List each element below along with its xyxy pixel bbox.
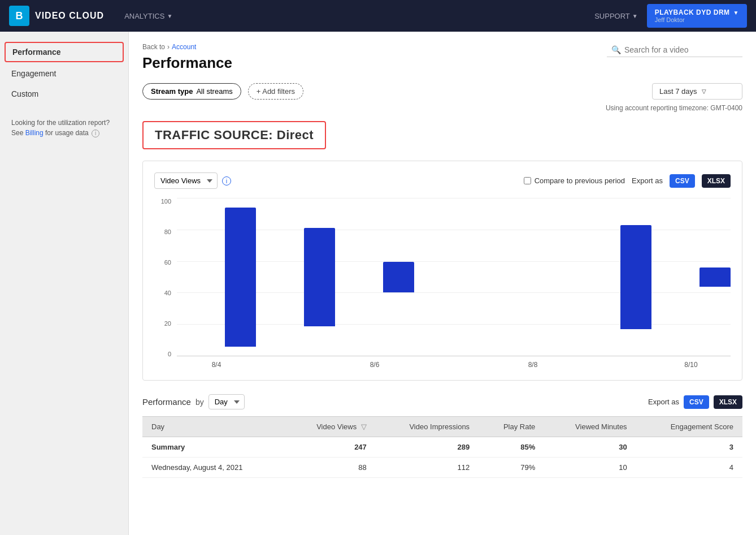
row-engagement-score: 4 <box>636 458 742 478</box>
sidebar-item-custom[interactable]: Custom <box>0 84 128 104</box>
sort-icon-video-views: ▽ <box>361 422 367 431</box>
bar-group-7 <box>651 198 731 356</box>
col-video-impressions: Video Impressions <box>376 417 479 437</box>
table-export-xlsx-button[interactable]: XLSX <box>714 395 742 409</box>
x-label-7: 8/10 <box>651 361 731 369</box>
sidebar: Performance Engagement Custom Looking fo… <box>0 32 129 535</box>
summary-video-impressions: 289 <box>376 437 479 458</box>
row-viewed-minutes: 10 <box>544 458 636 478</box>
row-day: Wednesday, August 4, 2021 <box>142 458 286 478</box>
traffic-source-title: TRAFFIC SOURCE: Direct <box>155 128 314 143</box>
timezone-note: Using account reporting timezone: GMT-04… <box>142 104 742 112</box>
chart-container: Video Views i Compare to previous period… <box>142 161 742 381</box>
x-label-3: 8/6 <box>335 361 414 369</box>
row-video-impressions: 112 <box>376 458 479 478</box>
account-menu[interactable]: PLAYBACK DYD DRM ▼ Jeff Doktor <box>647 4 747 28</box>
support-nav[interactable]: SUPPORT ▼ <box>585 12 647 20</box>
x-label-6 <box>572 361 651 369</box>
brand-name: VIDEO CLOUD <box>35 11 104 21</box>
breadcrumb-account-link[interactable]: Account <box>172 43 196 51</box>
sidebar-item-performance[interactable]: Performance <box>5 42 124 62</box>
col-viewed-minutes: Viewed Minutes <box>544 417 636 437</box>
search-icon: 🔍 <box>611 45 621 54</box>
summary-viewed-minutes: 30 <box>544 437 636 458</box>
table-header-row: Performance by Day Export as CSV XLSX <box>142 394 742 409</box>
x-label-4 <box>414 361 493 369</box>
x-labels: 8/4 8/6 8/8 8/10 <box>177 361 731 369</box>
main-content: 🔍 Back to › Account Performance Stream t… <box>129 32 756 535</box>
bar-1[interactable] <box>225 208 256 347</box>
y-axis-labels: 0 20 40 60 80 100 <box>154 198 171 357</box>
row-video-views: 88 <box>286 458 376 478</box>
top-navigation: B VIDEO CLOUD ANALYTICS ▼ SUPPORT ▼ PLAY… <box>0 0 756 32</box>
bars-container <box>177 198 731 356</box>
breadcrumb-separator: › <box>167 43 170 51</box>
account-chevron-icon: ▼ <box>733 10 739 16</box>
day-select[interactable]: Day <box>208 394 245 409</box>
table-section: Performance by Day Export as CSV XLSX Da… <box>142 394 742 478</box>
sidebar-note: Looking for the utilization report? See … <box>0 109 128 147</box>
metric-select[interactable]: Video Views <box>154 172 218 189</box>
col-play-rate: Play Rate <box>479 417 544 437</box>
summary-play-rate: 85% <box>479 437 544 458</box>
summary-engagement-score: 3 <box>636 437 742 458</box>
sidebar-item-engagement[interactable]: Engagement <box>0 63 128 84</box>
bar-group-6 <box>572 198 651 356</box>
bar-3[interactable] <box>383 262 414 292</box>
bar-group-1 <box>177 198 256 356</box>
logo-area[interactable]: B VIDEO CLOUD <box>9 6 104 26</box>
chart-export-xlsx-button[interactable]: XLSX <box>702 174 731 188</box>
chart-actions: Compare to previous period Export as CSV… <box>524 174 731 188</box>
support-chevron-icon: ▼ <box>632 13 638 19</box>
col-day: Day <box>142 417 286 437</box>
date-chevron-icon: ▽ <box>702 88 706 94</box>
x-label-5: 8/8 <box>493 361 572 369</box>
chart-area <box>177 198 731 356</box>
row-play-rate: 79% <box>479 458 544 478</box>
metric-info-icon[interactable]: i <box>222 176 231 185</box>
summary-video-views: 247 <box>286 437 376 458</box>
x-label-2 <box>256 361 335 369</box>
col-video-views[interactable]: Video Views ▽ <box>286 417 376 437</box>
account-name: PLAYBACK DYD DRM ▼ <box>655 8 739 16</box>
bar-group-5 <box>493 198 572 356</box>
billing-link[interactable]: Billing <box>25 129 44 137</box>
bar-7[interactable] <box>699 268 731 287</box>
summary-row: Summary 247 289 85% 30 3 <box>142 437 742 458</box>
col-engagement-score: Engagement Score <box>636 417 742 437</box>
search-area: 🔍 <box>607 43 742 57</box>
bar-group-2 <box>256 198 335 356</box>
analytics-chevron-icon: ▼ <box>167 13 172 19</box>
compare-checkbox[interactable] <box>524 177 531 184</box>
x-label-1: 8/4 <box>177 361 256 369</box>
bar-6[interactable] <box>620 225 651 330</box>
analytics-nav[interactable]: ANALYTICS ▼ <box>118 12 179 20</box>
traffic-source-box: TRAFFIC SOURCE: Direct <box>142 121 326 149</box>
info-icon[interactable]: i <box>92 130 99 137</box>
table-export-csv-button[interactable]: CSV <box>684 395 709 409</box>
bar-2[interactable] <box>304 228 335 326</box>
compare-checkbox-label[interactable]: Compare to previous period <box>524 176 625 185</box>
date-range-filter[interactable]: Last 7 days ▽ <box>652 83 742 100</box>
account-user: Jeff Doktor <box>655 16 685 23</box>
add-filters-button[interactable]: + Add filters <box>248 83 303 100</box>
search-input[interactable] <box>624 45 738 54</box>
stream-type-filter[interactable]: Stream type All streams <box>142 83 241 100</box>
logo-icon: B <box>9 6 29 26</box>
bar-group-3 <box>335 198 414 356</box>
table-export-area: Export as CSV XLSX <box>648 395 742 409</box>
performance-by-label: Performance <box>142 397 191 407</box>
summary-label: Summary <box>142 437 286 458</box>
bar-group-4 <box>414 198 493 356</box>
filters-row: Stream type All streams + Add filters La… <box>142 83 742 100</box>
table-header-row-element: Day Video Views ▽ Video Impressions Play… <box>142 417 742 437</box>
chart-header: Video Views i Compare to previous period… <box>154 172 731 189</box>
performance-table: Day Video Views ▽ Video Impressions Play… <box>142 416 742 478</box>
chart-export-csv-button[interactable]: CSV <box>670 174 695 188</box>
table-row[interactable]: Wednesday, August 4, 2021 88 112 79% 10 … <box>142 458 742 478</box>
